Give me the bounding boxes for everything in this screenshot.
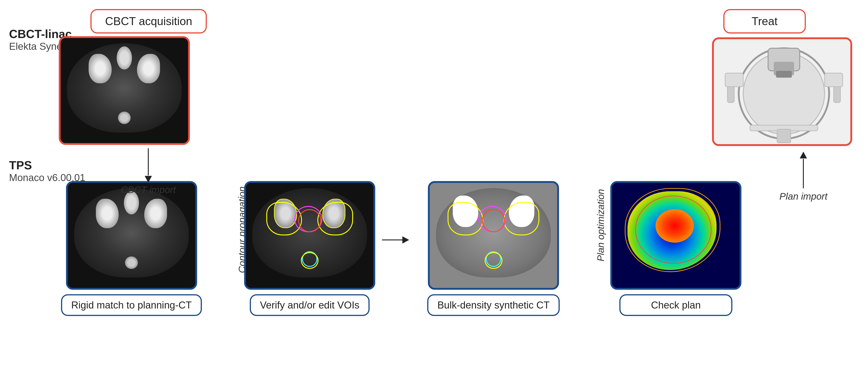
- plan-import-arrow-section: Plan import: [779, 152, 827, 202]
- svg-rect-7: [777, 129, 791, 143]
- bulk-density-label: Bulk-density synthetic CT: [427, 294, 560, 316]
- step-rigid-match: Rigid match to planning-CT: [61, 181, 202, 316]
- plan-import-arrow-line: [803, 159, 804, 188]
- svg-rect-5: [776, 71, 792, 78]
- verify-vois-scan: [246, 183, 373, 288]
- svg-rect-9: [834, 84, 840, 103]
- cbct-acquisition-box: CBCT acquisition: [90, 9, 207, 33]
- check-plan-image: [610, 181, 741, 290]
- step-check-plan: Check plan: [610, 181, 741, 316]
- plan-optimization-label: Plan optimization: [595, 189, 606, 261]
- rigid-match-image: [66, 181, 197, 290]
- linac-image-box: [712, 37, 852, 146]
- cbct-acquisition-section: CBCT acquisition: [90, 9, 207, 33]
- check-plan-label: Check plan: [619, 294, 733, 316]
- svg-rect-8: [727, 84, 734, 103]
- svg-rect-11: [825, 73, 843, 87]
- verify-vois-image: [244, 181, 375, 290]
- arrow-head: [145, 176, 152, 182]
- plan-import-arrow-head: [800, 152, 807, 159]
- step-bulk-density: Bulk-density synthetic CT: [427, 181, 560, 316]
- cbct-import-label: CBCT import: [121, 185, 176, 195]
- arrow-line: [148, 148, 149, 175]
- step-verify-vois: Verify and/or edit VOIs: [244, 181, 375, 316]
- main-container: CBCT-linac Elekta Synergy TPS Monaco v6.…: [0, 0, 868, 366]
- treat-box: Treat: [723, 9, 806, 33]
- plan-import-label: Plan import: [779, 191, 827, 202]
- arrow-2-3: [382, 235, 409, 245]
- synthetic-ct-scan: [430, 183, 557, 288]
- verify-vois-label: Verify and/or edit VOIs: [250, 294, 370, 316]
- cbct-scan-image: [61, 38, 188, 143]
- rigid-match-label: Rigid match to planning-CT: [61, 294, 202, 316]
- svg-rect-10: [725, 73, 743, 87]
- linac-svg: [714, 39, 852, 146]
- treat-section: Treat: [723, 9, 806, 38]
- cbct-import-arrow: CBCT import: [121, 148, 176, 195]
- cbct-image-box: [59, 36, 190, 145]
- dose-scan: [612, 183, 740, 288]
- bulk-density-image: [428, 181, 559, 290]
- tps-label: TPS Monaco v6.00.01: [9, 159, 86, 184]
- flow-arrow-2: [382, 235, 409, 245]
- tps-title: TPS: [9, 159, 86, 172]
- rigid-match-scan: [68, 183, 195, 288]
